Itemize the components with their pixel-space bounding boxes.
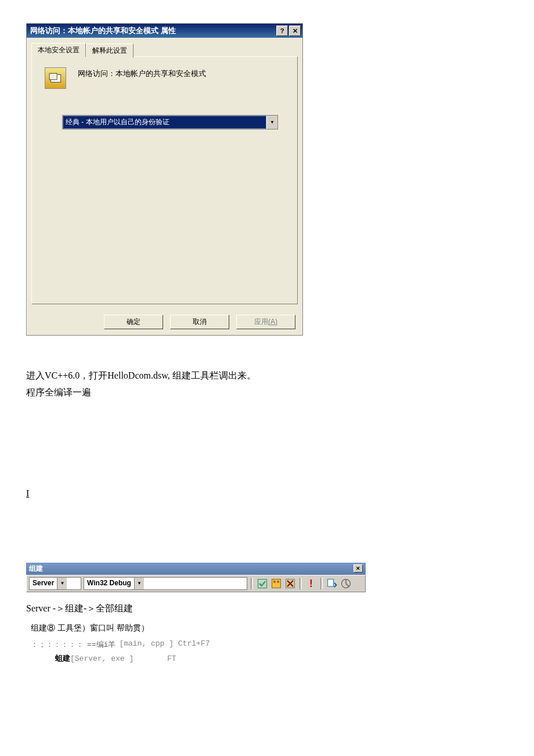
chevron-down-icon[interactable] [134, 578, 144, 589]
body-line-1: 进入VC++6.0，打开HelloDcom.dsw, 组建工具栏调出来。 [26, 368, 508, 384]
breakpoint-icon[interactable] [340, 578, 352, 589]
mode-combo[interactable]: 经典 - 本地用户以自己的身份验证 [62, 115, 278, 129]
chevron-down-icon[interactable] [57, 578, 67, 589]
apply-button[interactable]: 应用(A) [236, 315, 295, 329]
titlebar: 网络访问：本地帐户的共享和安全模式 属性 ? ✕ [27, 24, 302, 38]
stop-build-icon[interactable] [284, 578, 296, 589]
svg-rect-2 [272, 579, 281, 588]
tab-local-security[interactable]: 本地安全设置 [31, 43, 86, 57]
svg-rect-1 [49, 73, 57, 80]
body-line-2: 程序全编译一遍 [26, 384, 508, 401]
svg-text:!: ! [309, 578, 313, 589]
build-icon[interactable] [270, 578, 282, 589]
separator [300, 578, 302, 589]
policy-label: 网络访问：本地帐户的共享和安全模式 [78, 67, 206, 79]
tab-explain[interactable]: 解释此设置 [86, 44, 134, 57]
tabs: 本地安全设置 解释此设置 [31, 42, 298, 56]
menu-text: 组建⑧ 工具堡）窗口叫 帮助贯） [31, 623, 508, 633]
execute-icon[interactable]: ! [305, 578, 317, 589]
svg-rect-4 [277, 581, 279, 583]
compile-icon[interactable] [257, 578, 268, 589]
stray-char: I [26, 488, 508, 499]
combo-dropdown-icon[interactable] [266, 116, 277, 129]
combo-value: 经典 - 本地用户以自己的身份验证 [63, 116, 266, 129]
toolbar-titlebar: 组建 ✕ [26, 563, 366, 575]
help-button[interactable]: ? [276, 26, 288, 36]
tab-content: 网络访问：本地帐户的共享和安全模式 经典 - 本地用户以自己的身份验证 [31, 56, 298, 304]
config-combo[interactable]: Win32 Debug [84, 577, 247, 590]
separator [251, 578, 253, 589]
properties-dialog: 网络访问：本地帐户的共享和安全模式 属性 ? ✕ 本地安全设置 解释此设置 网络… [26, 23, 303, 336]
toolbar-close-icon[interactable]: ✕ [353, 564, 363, 573]
menu-compile-line: ：；：：：：： ==编i羊 [main, cpp ] Ctrl+F7 [31, 639, 508, 650]
menu-build-line: 蛆建[Server, exe ] FT [55, 653, 508, 664]
cancel-button[interactable]: 取消 [170, 315, 229, 329]
project-combo-value: Server [30, 578, 57, 589]
project-combo[interactable]: Server [29, 577, 81, 590]
title-text: 网络访问：本地帐户的共享和安全模式 属性 [30, 26, 275, 36]
nav-text: Server -＞组建-＞全部组建 [26, 603, 508, 615]
build-toolbar-window: 组建 ✕ Server Win32 Debug [26, 563, 366, 592]
toolbar-title: 组建 [29, 564, 43, 574]
policy-icon [45, 67, 66, 89]
config-combo-value: Win32 Debug [84, 578, 134, 589]
ok-button[interactable]: 确定 [104, 315, 163, 329]
go-icon[interactable] [326, 578, 338, 589]
separator [320, 578, 323, 589]
svg-rect-3 [273, 581, 276, 583]
svg-rect-7 [328, 579, 334, 586]
close-button[interactable]: ✕ [289, 26, 301, 36]
